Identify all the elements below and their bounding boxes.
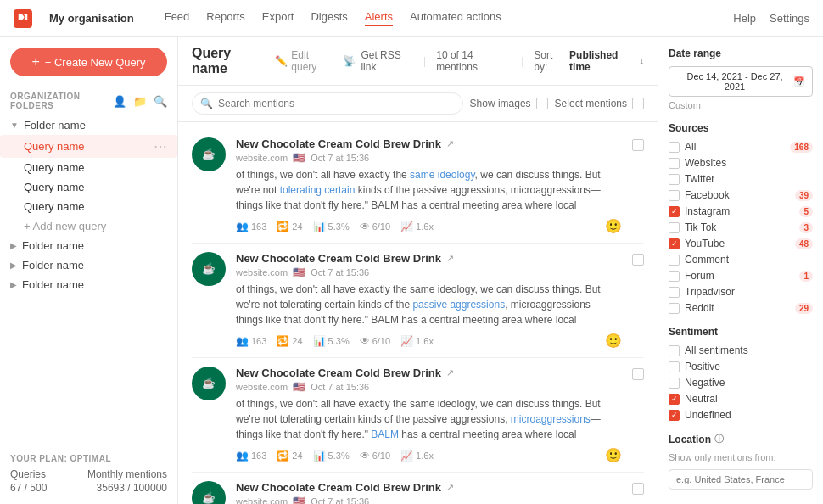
add-query-btn[interactable]: + Add new query bbox=[0, 216, 177, 236]
source-cb-tiktok[interactable] bbox=[669, 222, 680, 233]
add-folder-icon[interactable]: 👤 bbox=[113, 95, 126, 108]
source-cb-websites[interactable] bbox=[669, 158, 680, 169]
rss-label: Get RSS link bbox=[361, 49, 413, 73]
search-input[interactable] bbox=[192, 92, 463, 115]
calendar-icon: 📅 bbox=[793, 76, 805, 87]
select-mentions-checkbox[interactable] bbox=[632, 98, 644, 109]
mention-link-1-1[interactable]: passive aggressions bbox=[412, 299, 505, 311]
mention-title-row-1: New Chocolate Cream Cold Brew Drink ↗ bbox=[236, 252, 622, 265]
followers-icon-0: 👥 bbox=[236, 221, 249, 232]
divider-1: | bbox=[423, 55, 426, 67]
source-item-comment: Comment bbox=[669, 254, 813, 266]
stat-percent-0: 📊5.3% bbox=[313, 221, 350, 232]
query-item-0-0[interactable]: Query name ⋯ bbox=[0, 135, 177, 158]
nav-alerts[interactable]: Alerts bbox=[365, 10, 393, 26]
query-item-0-1[interactable]: Query name bbox=[0, 158, 177, 177]
mention-checkbox-1[interactable] bbox=[632, 254, 644, 349]
create-query-label: + Create New Query bbox=[45, 56, 146, 69]
center-content: Query name ✏️ Edit query 📡 Get RSS link … bbox=[178, 37, 658, 504]
source-item-tripadvisor: Tripadvisor bbox=[669, 286, 813, 298]
divider-2: | bbox=[521, 55, 523, 67]
sentiment-cb-neutral[interactable] bbox=[669, 394, 680, 405]
mention-checkbox-3[interactable] bbox=[632, 483, 644, 504]
external-link-icon-1[interactable]: ↗ bbox=[446, 253, 454, 264]
external-link-icon-0[interactable]: ↗ bbox=[446, 138, 454, 149]
mention-link-0-1[interactable]: same ideology bbox=[410, 169, 475, 181]
query-name-title: Query name bbox=[192, 46, 265, 76]
source-cb-twitter[interactable] bbox=[669, 174, 680, 185]
sentiment-cb-undefined[interactable] bbox=[669, 410, 680, 421]
source-cb-instagram[interactable] bbox=[669, 206, 680, 217]
stat-followers-2: 👥163 bbox=[236, 450, 266, 462]
mention-card-1: ☕ New Chocolate Cream Cold Brew Drink ↗ … bbox=[192, 244, 644, 358]
query-item-0-3[interactable]: Query name bbox=[0, 197, 177, 216]
external-link-icon-2[interactable]: ↗ bbox=[446, 367, 454, 378]
folder-icon[interactable]: 📁 bbox=[133, 95, 147, 108]
location-title: Location ⓘ bbox=[669, 433, 813, 445]
sort-by-label: Sort by: bbox=[534, 49, 566, 73]
folder-name-1: Folder name bbox=[22, 239, 84, 252]
source-item-all: All 168 bbox=[669, 141, 813, 153]
source-cb-forum[interactable] bbox=[669, 271, 680, 282]
source-cb-comment[interactable] bbox=[669, 255, 680, 266]
date-range-btn[interactable]: Dec 14, 2021 - Dec 27, 2021 📅 bbox=[669, 66, 813, 97]
nav-reports[interactable]: Reports bbox=[206, 10, 245, 26]
folder-arrow-3: ▶ bbox=[10, 280, 17, 289]
sentiment-cb-negative[interactable] bbox=[669, 378, 680, 389]
mention-checkbox-2[interactable] bbox=[632, 368, 644, 463]
mention-select-3[interactable] bbox=[632, 483, 644, 495]
stat-views-0: 👁6/10 bbox=[360, 221, 390, 232]
mention-link-0-2[interactable]: tolerating certain bbox=[280, 184, 356, 196]
plan-label: YOUR PLAN: OPTIMAL bbox=[10, 454, 167, 463]
mention-checkbox-0[interactable] bbox=[632, 139, 644, 234]
source-label-comment: Comment bbox=[685, 254, 729, 266]
source-item-twitter: Twitter bbox=[669, 173, 813, 185]
query-item-0-2[interactable]: Query name bbox=[0, 177, 177, 197]
source-cb-youtube[interactable] bbox=[669, 238, 680, 249]
mention-link-2-2[interactable]: BALM bbox=[371, 428, 399, 440]
external-link-icon-3[interactable]: ↗ bbox=[446, 482, 454, 493]
get-rss-btn[interactable]: 📡 Get RSS link bbox=[343, 49, 413, 73]
edit-query-btn[interactable]: ✏️ Edit query bbox=[275, 49, 333, 73]
sentiment-item-undefined: Undefined bbox=[669, 409, 813, 421]
folder-item-1[interactable]: ▶ Folder name bbox=[0, 236, 177, 255]
mention-title-0: New Chocolate Cream Cold Brew Drink bbox=[236, 137, 441, 150]
nav-automated[interactable]: Automated actions bbox=[410, 10, 501, 26]
source-cb-reddit[interactable] bbox=[669, 303, 680, 314]
folder-item-2[interactable]: ▶ Folder name bbox=[0, 255, 177, 275]
mention-link-2-1[interactable]: microaggressions bbox=[511, 413, 591, 425]
mentions-list: ☕ New Chocolate Cream Cold Brew Drink ↗ … bbox=[178, 122, 658, 504]
sentiment-cb-positive[interactable] bbox=[669, 361, 680, 372]
select-mentions-label: Select mentions bbox=[555, 98, 627, 109]
location-input[interactable] bbox=[669, 469, 813, 490]
source-cb-tripadvisor[interactable] bbox=[669, 287, 680, 298]
create-query-button[interactable]: + + Create New Query bbox=[10, 48, 167, 76]
nav-digests[interactable]: Digests bbox=[311, 10, 347, 26]
nav-feed[interactable]: Feed bbox=[165, 10, 190, 26]
sidebar-plan: YOUR PLAN: OPTIMAL Queries Monthly menti… bbox=[0, 445, 177, 504]
folder-name-2: Folder name bbox=[22, 259, 84, 272]
mention-select-2[interactable] bbox=[632, 368, 644, 380]
source-item-youtube: YouTube 48 bbox=[669, 238, 813, 249]
folder-item-0[interactable]: ▼ Folder name bbox=[0, 115, 177, 135]
sidebar: + + Create New Query ORGANIZATION FOLDER… bbox=[0, 37, 178, 504]
nav-export[interactable]: Export bbox=[262, 10, 294, 26]
stat-reposts-0: 🔁24 bbox=[277, 221, 302, 232]
source-badge-instagram: 5 bbox=[799, 206, 813, 217]
sentiment-cb-all[interactable] bbox=[669, 345, 680, 356]
stat-percent-1: 📊5.3% bbox=[313, 335, 350, 347]
folder-item-3[interactable]: ▶ Folder name bbox=[0, 275, 177, 294]
show-images-checkbox[interactable] bbox=[536, 98, 548, 109]
nav-help[interactable]: Help bbox=[733, 12, 756, 25]
source-cb-facebook[interactable] bbox=[669, 190, 680, 201]
mention-select-0[interactable] bbox=[632, 139, 644, 151]
search-sidebar-icon[interactable]: 🔍 bbox=[154, 95, 167, 108]
sentiment-label-all: All sentiments bbox=[685, 344, 748, 356]
mention-source-row-0: website.com 🇺🇸 Oct 7 at 15:36 bbox=[236, 152, 622, 164]
query-dots-0-0[interactable]: ⋯ bbox=[154, 138, 167, 154]
mention-select-1[interactable] bbox=[632, 254, 644, 266]
source-cb-all[interactable] bbox=[669, 142, 680, 153]
sort-btn[interactable]: Sort by: Published time ↓ bbox=[534, 49, 644, 73]
location-info-icon[interactable]: ⓘ bbox=[714, 433, 724, 445]
nav-settings[interactable]: Settings bbox=[770, 12, 809, 25]
